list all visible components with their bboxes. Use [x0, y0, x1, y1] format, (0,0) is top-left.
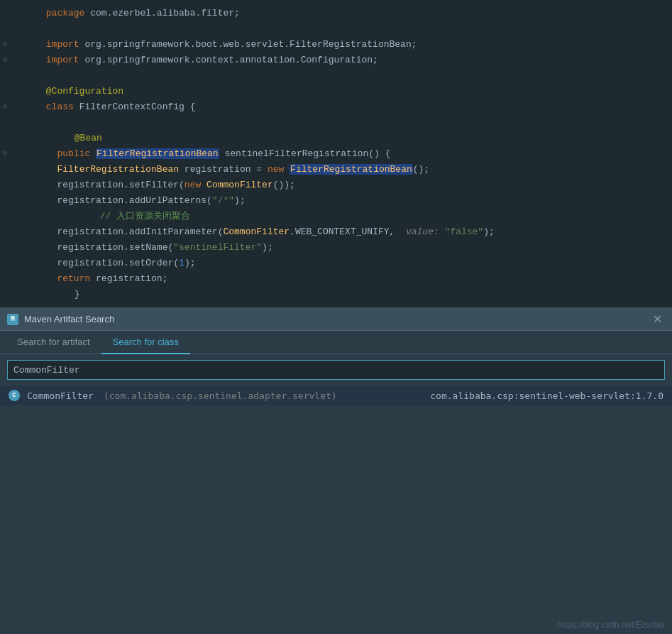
code-editor: package com.ezerbel.alibaba.filter; ⊖ im… [0, 0, 672, 305]
fold-arrow: ⊖ [0, 53, 10, 68]
tab-search-class[interactable]: Search for class [101, 331, 190, 354]
result-package: (com.alibaba.csp.sentinel.adapter.servle… [104, 390, 337, 401]
code-content: } [10, 287, 666, 305]
maven-dialog: M Maven Artifact Search ✕ Search for art… [0, 307, 672, 634]
class-icon: C [9, 390, 20, 401]
fold-arrow: ⊖ [0, 37, 10, 53]
code-line: package com.ezerbel.alibaba.filter; [0, 6, 672, 21]
fold-arrow: ⊖ [0, 99, 10, 115]
result-artifact: com.alibaba.csp:sentinel-web-servlet:1.7… [430, 390, 663, 401]
code-line: ⊖ class FilterContextConfig { [0, 99, 672, 115]
result-class-name: CommonFilter [27, 390, 94, 401]
search-input[interactable] [7, 360, 665, 380]
results-area: C CommonFilter (com.alibaba.csp.sentinel… [0, 386, 672, 634]
dialog-title-left: M Maven Artifact Search [7, 314, 114, 325]
code-line: ⊖ import org.springframework.context.ann… [0, 53, 672, 68]
watermark: https://blog.csdn.net/Ezerbel [558, 620, 665, 630]
search-container [0, 354, 672, 386]
dialog-titlebar: M Maven Artifact Search ✕ [0, 308, 672, 331]
dialog-tabs: Search for artifact Search for class [0, 331, 672, 354]
tab-search-artifact[interactable]: Search for artifact [6, 331, 101, 354]
dialog-title: Maven Artifact Search [24, 314, 114, 324]
fold-arrow: ⊖ [0, 146, 10, 162]
result-item[interactable]: C CommonFilter (com.alibaba.csp.sentinel… [0, 386, 672, 406]
maven-icon: M [7, 314, 18, 325]
code-line: } [0, 302, 672, 305]
close-button[interactable]: ✕ [650, 312, 665, 327]
